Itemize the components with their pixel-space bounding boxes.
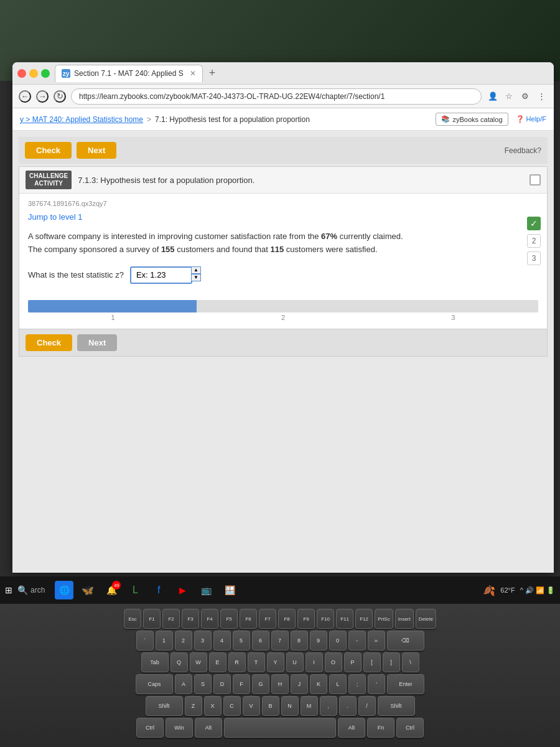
key-3[interactable]: 3 [194, 631, 212, 651]
key-j[interactable]: J [291, 674, 308, 694]
key-l[interactable]: L [329, 674, 347, 694]
key-k[interactable]: K [310, 674, 327, 694]
key-alt-left[interactable]: Alt [195, 718, 222, 738]
key-0[interactable]: 0 [329, 631, 347, 651]
key-f8[interactable]: F8 [278, 609, 296, 629]
windows-start-icon[interactable]: ⊞ [5, 585, 12, 595]
key-n[interactable]: N [281, 696, 299, 716]
key-equals[interactable]: = [368, 631, 385, 651]
search-text[interactable]: arch [30, 586, 45, 594]
help-button[interactable]: ❓ Help/F [516, 115, 546, 123]
key-prtsc[interactable]: PrtSc [375, 609, 393, 629]
key-v[interactable]: V [243, 696, 260, 716]
key-e[interactable]: E [209, 652, 226, 672]
key-w[interactable]: W [190, 652, 207, 672]
taskbar-search[interactable]: ⊞ 🔍 arch [5, 585, 45, 595]
key-tab[interactable]: Tab [141, 652, 169, 672]
key-4[interactable]: 4 [213, 631, 231, 651]
tab-close-icon[interactable]: ✕ [190, 69, 196, 78]
taskbar-edge-icon[interactable]: 🦋 [78, 581, 97, 599]
key-m[interactable]: M [301, 696, 318, 716]
breadcrumb-home-link[interactable]: y > MAT 240: Applied Statistics home [20, 115, 143, 124]
key-backslash[interactable]: \ [402, 652, 419, 672]
key-q[interactable]: Q [170, 652, 188, 672]
key-b[interactable]: B [262, 696, 279, 716]
key-f5[interactable]: F5 [220, 609, 238, 629]
key-f4[interactable]: F4 [201, 609, 218, 629]
test-statistic-input[interactable] [130, 266, 192, 284]
browser-tab-active[interactable]: zy Section 7.1 - MAT 240: Applied S ✕ [55, 65, 203, 82]
key-shift-left[interactable]: Shift [146, 696, 183, 716]
key-g[interactable]: G [252, 674, 269, 694]
key-caps[interactable]: Caps [136, 674, 173, 694]
key-esc[interactable]: Esc [124, 609, 141, 629]
key-o[interactable]: O [325, 652, 342, 672]
star-icon[interactable]: ☆ [503, 90, 515, 103]
key-9[interactable]: 9 [310, 631, 327, 651]
window-close-button[interactable] [17, 69, 26, 78]
top-check-button[interactable]: Check [25, 142, 72, 159]
key-z[interactable]: Z [185, 696, 202, 716]
key-1[interactable]: 1 [156, 631, 173, 651]
key-f7[interactable]: F7 [259, 609, 276, 629]
key-f10[interactable]: F10 [317, 609, 334, 629]
key-backspace[interactable]: ⌫ [387, 631, 424, 651]
menu-icon[interactable]: ⋮ [535, 90, 548, 103]
key-delete[interactable]: Delete [416, 609, 436, 629]
key-enter[interactable]: Enter [387, 674, 424, 694]
key-x[interactable]: X [204, 696, 222, 716]
key-f11[interactable]: F11 [336, 609, 353, 629]
key-r[interactable]: R [228, 652, 246, 672]
key-7[interactable]: 7 [271, 631, 289, 651]
key-space[interactable] [224, 718, 336, 738]
challenge-completion-checkbox[interactable] [530, 174, 541, 186]
bottom-check-button[interactable]: Check [26, 334, 72, 351]
key-win[interactable]: Win [166, 718, 193, 738]
zybooks-catalog-button[interactable]: 📚 zyBooks catalog [436, 113, 508, 126]
key-d[interactable]: D [213, 674, 231, 694]
key-ctrl-right[interactable]: Ctrl [396, 718, 424, 738]
key-ctrl-left[interactable]: Ctrl [136, 718, 164, 738]
taskbar-facebook-icon[interactable]: f [149, 581, 168, 599]
taskbar-app1-icon[interactable]: L [126, 581, 144, 599]
stepper-down-button[interactable]: ▼ [191, 274, 201, 281]
key-shift-right[interactable]: Shift [378, 696, 415, 716]
key-f1[interactable]: F1 [143, 609, 161, 629]
key-comma[interactable]: , [320, 696, 337, 716]
key-period[interactable]: . [339, 696, 357, 716]
key-slash[interactable]: / [358, 696, 376, 716]
key-semicolon[interactable]: ; [348, 674, 366, 694]
key-f2[interactable]: F2 [162, 609, 180, 629]
settings-icon[interactable]: ⚙ [519, 90, 531, 103]
key-p[interactable]: P [344, 652, 362, 672]
key-f6[interactable]: F6 [240, 609, 257, 629]
jump-to-level-link[interactable]: Jump to level 1 [28, 212, 538, 222]
key-minus[interactable]: - [348, 631, 366, 651]
key-insert[interactable]: Insert [395, 609, 414, 629]
key-f9[interactable]: F9 [297, 609, 315, 629]
top-next-button[interactable]: Next [77, 142, 116, 159]
key-fn[interactable]: Fn [367, 718, 394, 738]
feedback-link[interactable]: Feedback? [505, 146, 541, 155]
taskbar-notification-icon[interactable]: 🔔 49 [102, 581, 121, 599]
key-c[interactable]: C [223, 696, 241, 716]
forward-button[interactable]: → [36, 90, 49, 103]
taskbar-tv-icon[interactable]: 📺 [197, 581, 215, 599]
back-button[interactable]: ← [19, 90, 31, 103]
key-t[interactable]: T [248, 652, 265, 672]
reload-button[interactable]: ↻ [54, 90, 66, 103]
key-a[interactable]: A [175, 674, 192, 694]
key-y[interactable]: Y [267, 652, 284, 672]
taskbar-browser-icon[interactable]: 🌐 [55, 581, 73, 599]
key-2[interactable]: 2 [175, 631, 192, 651]
key-f3[interactable]: F3 [182, 609, 199, 629]
key-bracket-open[interactable]: [ [363, 652, 381, 672]
profile-icon[interactable]: 👤 [487, 90, 499, 103]
key-f[interactable]: F [233, 674, 250, 694]
key-8[interactable]: 8 [291, 631, 308, 651]
window-minimize-button[interactable] [29, 69, 38, 78]
key-u[interactable]: U [286, 652, 304, 672]
key-quote[interactable]: ' [368, 674, 385, 694]
url-input[interactable] [71, 88, 482, 105]
taskbar-youtube-icon[interactable]: ▶ [173, 581, 192, 599]
